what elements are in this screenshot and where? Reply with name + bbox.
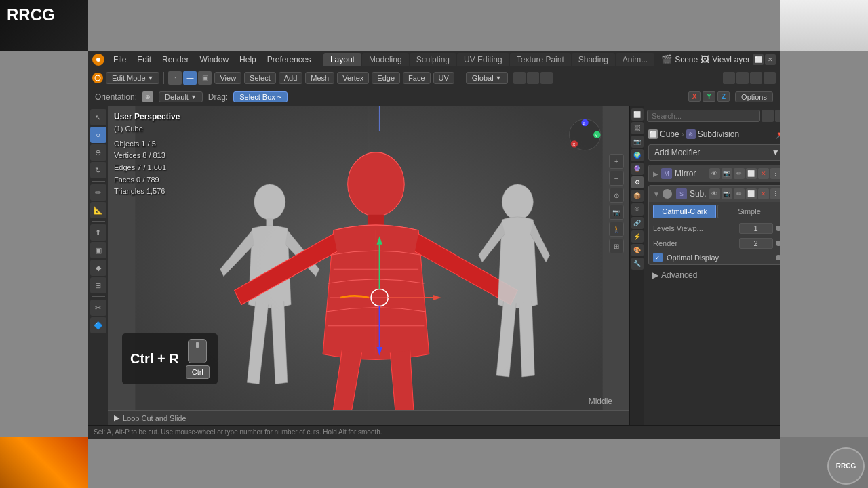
select-box-btn[interactable]: Select Box ~	[233, 92, 288, 102]
levels-value[interactable]: 1	[739, 223, 773, 234]
sidebar-cursor[interactable]: ↖	[90, 109, 106, 125]
sidebar-bevel[interactable]: ◆	[90, 260, 106, 276]
mesh-btn[interactable]: Mesh	[305, 72, 334, 84]
sidebar-rotate[interactable]: ↻	[90, 162, 106, 178]
re-btn-9[interactable]: 🔗	[631, 217, 644, 229]
tab-sculpting[interactable]: Sculpting	[410, 53, 456, 66]
transform-btn-1[interactable]	[513, 72, 526, 84]
optimal-display-dot[interactable]	[776, 255, 780, 260]
render-dot[interactable]	[776, 241, 780, 246]
optimal-display-checkbox[interactable]: ✓	[653, 253, 663, 262]
transform-btn-3[interactable]	[540, 72, 553, 84]
mirror-expand[interactable]: ▶	[653, 170, 658, 178]
re-btn-3[interactable]: 📷	[631, 136, 644, 148]
sidebar-inset[interactable]: ▣	[90, 242, 106, 258]
catmull-clark-btn[interactable]: Catmull-Clark	[653, 205, 716, 218]
re-btn-7[interactable]: 📦	[631, 190, 644, 202]
subdiv-vis-btn[interactable]	[663, 189, 672, 199]
sidebar-select[interactable]: ○	[90, 127, 106, 143]
mode-dropdown[interactable]: Edit Mode ▼	[106, 72, 159, 84]
y-constraint-btn[interactable]: Y	[703, 92, 715, 102]
view-btn-rp[interactable]	[775, 110, 780, 122]
tab-uv-editing[interactable]: UV Editing	[457, 53, 509, 66]
add-btn[interactable]: Add	[279, 72, 303, 84]
tab-shading[interactable]: Shading	[572, 53, 615, 66]
walk-btn[interactable]: 🚶	[609, 222, 624, 237]
pin-btn[interactable]: 📌	[776, 129, 780, 139]
view-btn[interactable]: View	[214, 72, 241, 84]
zoom-in-btn[interactable]: +	[609, 154, 624, 169]
sidebar-loop-cut[interactable]: ⊞	[90, 277, 106, 293]
mirror-edit-btn[interactable]: ✏	[734, 168, 745, 179]
render-value[interactable]: 2	[739, 238, 773, 249]
overlay-btn[interactable]	[723, 72, 735, 84]
re-btn-5[interactable]: 🔮	[631, 163, 644, 175]
subdiv-delete-btn[interactable]: ✕	[758, 188, 769, 199]
levels-dot[interactable]	[776, 226, 780, 231]
face-btn[interactable]: Face	[403, 72, 430, 84]
tab-texture-paint[interactable]: Texture Paint	[510, 53, 571, 66]
z-constraint-btn[interactable]: Z	[717, 92, 730, 102]
mirror-menu-btn[interactable]: ⋮	[770, 168, 780, 179]
re-btn-2[interactable]: 🖼	[631, 122, 644, 134]
focus-btn[interactable]: ⊙	[609, 188, 624, 203]
re-btn-10[interactable]: ⚡	[631, 230, 644, 243]
uv-btn[interactable]: UV	[433, 72, 454, 84]
sidebar-transform[interactable]: ⊕	[90, 144, 106, 161]
viewport[interactable]: Z Y X User Perspective	[108, 106, 629, 425]
menu-edit[interactable]: Edit	[132, 54, 156, 66]
zoom-out-btn[interactable]: −	[609, 171, 624, 186]
subdiv-realtime-btn[interactable]: 👁	[709, 188, 720, 199]
shading-btn-1[interactable]	[750, 72, 762, 84]
face-select-btn[interactable]: ▣	[198, 71, 212, 85]
gizmo-btn[interactable]	[736, 72, 749, 84]
subdiv-edit-btn[interactable]: ✏	[734, 188, 745, 199]
transform-btn-2[interactable]	[527, 72, 539, 84]
sidebar-poly-build[interactable]: 🔷	[90, 317, 106, 333]
vert-select-btn[interactable]: ·	[168, 71, 182, 85]
re-btn-1[interactable]: ⬜	[631, 108, 644, 121]
filter-btn[interactable]	[762, 110, 774, 122]
collection-btn[interactable]: ⊞	[609, 239, 624, 253]
re-btn-6[interactable]: ⚙	[631, 176, 644, 188]
edge-btn[interactable]: Edge	[372, 72, 400, 84]
default-orientation-dropdown[interactable]: Default ▼	[159, 92, 203, 102]
tab-anim[interactable]: Anim...	[616, 53, 654, 66]
sidebar-measure[interactable]: 📐	[90, 202, 106, 218]
sidebar-annotate[interactable]: ✏	[90, 184, 106, 201]
tab-layout[interactable]: Layout	[323, 53, 361, 66]
add-modifier-btn[interactable]: Add Modifier ▼	[648, 144, 780, 161]
header-btn-2[interactable]: ✕	[765, 54, 776, 65]
simple-btn[interactable]: Simple	[717, 205, 780, 218]
re-btn-4[interactable]: 🌍	[631, 149, 644, 161]
header-btn-1[interactable]: ⬜	[753, 54, 764, 65]
subdiv-cage-btn[interactable]: ⬜	[746, 188, 757, 199]
mirror-realtime-btn[interactable]: 👁	[709, 168, 720, 179]
menu-preferences[interactable]: Preferences	[262, 54, 316, 66]
edge-select-btn[interactable]: —	[183, 71, 197, 85]
subdiv-expand[interactable]: ▼	[653, 190, 660, 198]
menu-help[interactable]: Help	[235, 54, 261, 66]
mirror-delete-btn[interactable]: ✕	[758, 168, 769, 179]
mirror-cage-btn[interactable]: ⬜	[746, 168, 757, 179]
subdiv-menu-btn[interactable]: ⋮	[770, 188, 780, 199]
global-dropdown[interactable]: Global ▼	[466, 72, 508, 84]
menu-window[interactable]: Window	[195, 54, 233, 66]
shading-btn-2[interactable]	[764, 72, 776, 84]
menu-render[interactable]: Render	[157, 54, 193, 66]
subdiv-render-btn[interactable]: 📷	[722, 188, 732, 199]
camera-btn[interactable]: 📷	[609, 205, 624, 220]
properties-search[interactable]	[647, 110, 760, 122]
re-btn-12[interactable]: 🔧	[631, 258, 644, 270]
re-btn-8[interactable]: 👁	[631, 203, 644, 216]
tab-modeling[interactable]: Modeling	[362, 53, 409, 66]
sidebar-knife[interactable]: ✂	[90, 300, 106, 316]
re-btn-11[interactable]: 🎨	[631, 244, 644, 256]
select-btn[interactable]: Select	[244, 72, 276, 84]
options-btn[interactable]: Options	[735, 92, 773, 102]
vertex-btn[interactable]: Vertex	[337, 72, 369, 84]
advanced-header[interactable]: ▶ Advanced	[652, 270, 780, 280]
sidebar-extrude[interactable]: ⬆	[90, 224, 106, 241]
x-constraint-btn[interactable]: X	[688, 92, 701, 102]
mirror-render-btn[interactable]: 📷	[722, 168, 732, 179]
